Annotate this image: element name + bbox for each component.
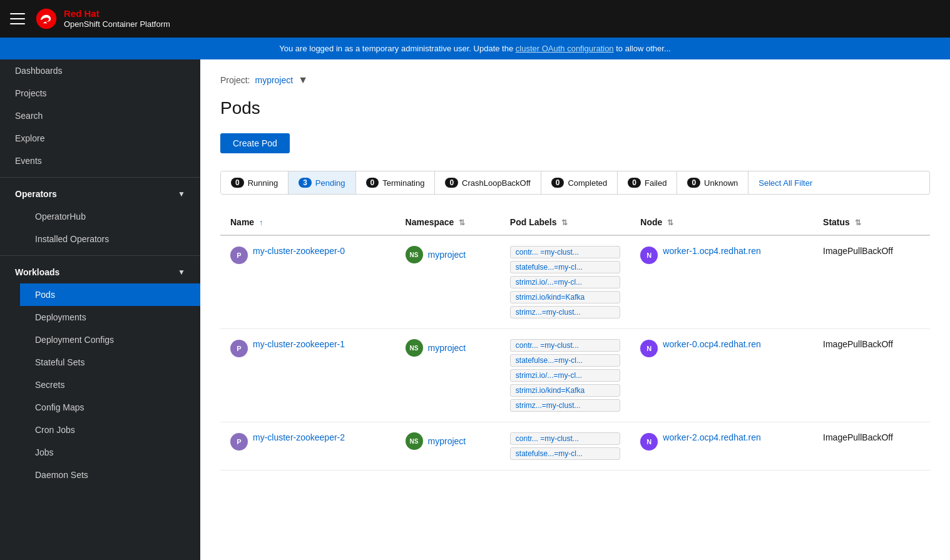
- col-name[interactable]: Name ↑: [220, 210, 396, 235]
- pod-pending-badge: P: [230, 247, 248, 264]
- pod-namespace-cell-0: NS myproject: [396, 235, 500, 329]
- sidebar-item-installed-operators[interactable]: Installed Operators: [20, 228, 200, 250]
- filter-tab-completed[interactable]: 0 Completed: [541, 171, 618, 194]
- project-label: Project:: [220, 75, 250, 85]
- sidebar-item-stateful-sets[interactable]: Stateful Sets: [20, 351, 200, 374]
- sidebar-item-pods[interactable]: Pods: [20, 283, 200, 306]
- label-tag[interactable]: strimzi.io/...=my-cl...: [510, 276, 620, 288]
- pod-node-cell-1: N worker-0.ocp4.redhat.ren: [630, 329, 813, 422]
- sidebar-item-projects[interactable]: Projects: [0, 82, 200, 104]
- sidebar-divider-1: [0, 177, 200, 178]
- pods-table: Name ↑ Namespace ⇅ Pod Labels ⇅: [220, 210, 930, 471]
- create-pod-button[interactable]: Create Pod: [220, 133, 290, 153]
- label-tag[interactable]: strimz...=my-clust...: [510, 306, 620, 318]
- label-tag[interactable]: contr... =my-clust...: [510, 339, 620, 352]
- main-content: Project: myproject ▼ Pods Create Pod 0 R…: [200, 59, 950, 560]
- label-tag[interactable]: strimz...=my-clust...: [510, 399, 620, 412]
- sidebar-item-operatorhub[interactable]: OperatorHub: [20, 205, 200, 228]
- label-tag[interactable]: contr... =my-clust...: [510, 246, 620, 258]
- filter-tab-select-all[interactable]: Select All Filter: [748, 172, 822, 194]
- namespace-link[interactable]: myproject: [428, 343, 466, 353]
- pod-pending-badge: P: [230, 433, 248, 451]
- sidebar-section-operators[interactable]: Operators ▼: [0, 183, 200, 205]
- sidebar-item-deployments[interactable]: Deployments: [20, 306, 200, 328]
- filter-tab-unknown[interactable]: 0 Unknown: [677, 171, 748, 194]
- status-badge: ImagePullBackOff: [823, 339, 893, 349]
- crashloop-label: CrashLoopBackOff: [462, 178, 531, 188]
- sidebar-item-deployment-configs[interactable]: Deployment Configs: [20, 328, 200, 351]
- node-badge: N: [640, 433, 658, 451]
- label-tag[interactable]: statefulse...=my-cl...: [510, 354, 620, 367]
- col-labels[interactable]: Pod Labels ⇅: [500, 210, 630, 235]
- node-link[interactable]: worker-1.ocp4.redhat.ren: [663, 246, 760, 256]
- pod-namespace-cell-1: NS myproject: [396, 329, 500, 422]
- col-status[interactable]: Status ⇅: [813, 210, 930, 235]
- namespace-link[interactable]: myproject: [428, 250, 466, 260]
- project-dropdown-arrow[interactable]: ▼: [298, 74, 308, 86]
- sidebar-section-workloads[interactable]: Workloads ▼: [0, 261, 200, 283]
- table-row: P my-cluster-zookeeper-2 NS myproject co…: [220, 422, 930, 471]
- failed-label: Failed: [645, 178, 667, 188]
- filter-tab-crashloopbackoff[interactable]: 0 CrashLoopBackOff: [435, 171, 541, 194]
- svg-point-0: [36, 9, 56, 29]
- pod-name-link[interactable]: my-cluster-zookeeper-0: [253, 246, 345, 256]
- unknown-label: Unknown: [704, 178, 738, 188]
- filter-tab-failed[interactable]: 0 Failed: [618, 171, 677, 194]
- running-label: Running: [248, 178, 278, 188]
- node-link[interactable]: worker-0.ocp4.redhat.ren: [663, 339, 760, 349]
- node-badge: N: [640, 340, 658, 357]
- sort-icon-labels: ⇅: [561, 218, 568, 227]
- pod-node-cell-0: N worker-1.ocp4.redhat.ren: [630, 235, 813, 329]
- filter-tab-pending[interactable]: 3 Pending: [289, 171, 355, 194]
- label-tag[interactable]: strimzi.io/...=my-cl...: [510, 369, 620, 382]
- pod-labels-cell-1: contr... =my-clust...statefulse...=my-cl…: [500, 329, 630, 422]
- pod-status-cell-2: ImagePullBackOff: [813, 422, 930, 471]
- sidebar-item-secrets[interactable]: Secrets: [20, 374, 200, 396]
- namespace-link[interactable]: myproject: [428, 436, 466, 446]
- completed-count: 0: [551, 178, 564, 188]
- col-namespace[interactable]: Namespace ⇅: [396, 210, 500, 235]
- sidebar-item-events[interactable]: Events: [0, 150, 200, 172]
- pod-status-cell-1: ImagePullBackOff: [813, 329, 930, 422]
- col-node[interactable]: Node ⇅: [630, 210, 813, 235]
- pod-pending-badge: P: [230, 340, 248, 357]
- sidebar-item-dashboards[interactable]: Dashboards: [0, 59, 200, 82]
- pending-count: 3: [299, 178, 312, 188]
- sidebar-item-config-maps[interactable]: Config Maps: [20, 396, 200, 419]
- oauth-config-link[interactable]: cluster OAuth configuration: [516, 44, 614, 53]
- pod-node-cell-2: N worker-2.ocp4.redhat.ren: [630, 422, 813, 471]
- status-badge: ImagePullBackOff: [823, 432, 893, 442]
- pod-status-cell-0: ImagePullBackOff: [813, 235, 930, 329]
- sidebar-item-jobs[interactable]: Jobs: [20, 441, 200, 464]
- sidebar-item-search[interactable]: Search: [0, 104, 200, 127]
- label-tag[interactable]: contr... =my-clust...: [510, 432, 620, 445]
- label-tag[interactable]: statefulse...=my-cl...: [510, 261, 620, 273]
- label-tag[interactable]: strimzi.io/kind=Kafka: [510, 291, 620, 303]
- sort-icon-namespace: ⇅: [459, 218, 465, 227]
- label-tag[interactable]: statefulse...=my-cl...: [510, 447, 620, 460]
- brand: Red Hat OpenShift Container Platform: [35, 8, 170, 30]
- hamburger-menu[interactable]: [10, 13, 25, 24]
- namespace-badge: NS: [406, 339, 423, 357]
- topbar: Red Hat OpenShift Container Platform: [0, 0, 950, 38]
- sort-icon-node: ⇅: [667, 218, 673, 227]
- unknown-count: 0: [687, 178, 700, 188]
- project-selector[interactable]: Project: myproject ▼: [220, 74, 930, 86]
- namespace-badge: NS: [406, 432, 423, 450]
- sidebar-item-explore[interactable]: Explore: [0, 127, 200, 150]
- pod-name-cell-2: P my-cluster-zookeeper-2: [220, 422, 396, 471]
- sidebar-item-cron-jobs[interactable]: Cron Jobs: [20, 419, 200, 441]
- table-row: P my-cluster-zookeeper-0 NS myproject co…: [220, 235, 930, 329]
- filter-tab-running[interactable]: 0 Running: [221, 171, 289, 194]
- completed-label: Completed: [568, 178, 607, 188]
- info-banner: You are logged in as a temporary adminis…: [0, 38, 950, 59]
- pod-name-cell-0: P my-cluster-zookeeper-0: [220, 235, 396, 329]
- pod-name-link[interactable]: my-cluster-zookeeper-2: [253, 432, 345, 442]
- node-link[interactable]: worker-2.ocp4.redhat.ren: [663, 432, 760, 442]
- filter-tab-terminating[interactable]: 0 Terminating: [356, 171, 436, 194]
- sidebar-divider-2: [0, 255, 200, 256]
- label-tag[interactable]: strimzi.io/kind=Kafka: [510, 384, 620, 397]
- terminating-count: 0: [366, 178, 379, 188]
- sidebar-item-daemon-sets[interactable]: Daemon Sets: [20, 464, 200, 486]
- pod-name-link[interactable]: my-cluster-zookeeper-1: [253, 339, 345, 349]
